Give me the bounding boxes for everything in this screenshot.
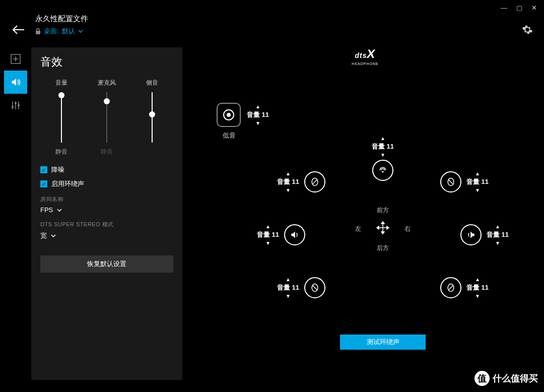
audio-panel: 音效 音量 静音 麦克风 静音 侧音 ✓ 降噪 ✓ 启用环绕声 房间名称 FPS… bbox=[31, 47, 182, 380]
arrow-up-icon[interactable]: ▲ bbox=[475, 171, 480, 176]
speaker-side-left[interactable]: ▲ 音量 11 ▼ bbox=[257, 224, 305, 246]
speaker-icon bbox=[460, 224, 482, 245]
speaker-fr-value: 音量 11 bbox=[466, 177, 489, 186]
direction-right-label: 右 bbox=[404, 225, 411, 233]
volume-slider[interactable]: 音量 静音 bbox=[55, 79, 67, 156]
arrow-up-icon[interactable]: ▲ bbox=[380, 136, 385, 141]
sidebar bbox=[4, 47, 27, 117]
check-icon: ✓ bbox=[40, 180, 47, 187]
stereo-mode-select[interactable]: 宽 bbox=[40, 231, 173, 240]
sidetone-label: 侧音 bbox=[146, 79, 158, 87]
speaker-front-left[interactable]: ▲ 音量 11 ▼ bbox=[277, 171, 325, 193]
maximize-button[interactable]: ▢ bbox=[516, 4, 522, 12]
arrow-up-icon[interactable]: ▲ bbox=[255, 104, 260, 109]
arrow-down-icon[interactable]: ▼ bbox=[380, 152, 385, 158]
arrow-up-icon[interactable]: ▲ bbox=[495, 224, 500, 229]
bass-icon bbox=[217, 103, 241, 127]
profile-selector[interactable]: 桌面: 默认 bbox=[35, 27, 88, 36]
speaker-center[interactable]: ▲ 音量 11 ▼ bbox=[372, 136, 394, 181]
close-button[interactable]: ✕ bbox=[531, 4, 537, 12]
svg-line-9 bbox=[448, 179, 453, 184]
sidebar-add-icon[interactable] bbox=[4, 47, 27, 71]
panel-title: 音效 bbox=[40, 54, 173, 70]
sidebar-audio-icon[interactable] bbox=[4, 71, 27, 94]
speaker-icon bbox=[440, 277, 461, 298]
room-name-value: FPS bbox=[40, 206, 53, 214]
speaker-front-right[interactable]: ▲ 音量 11 ▼ bbox=[440, 171, 489, 193]
arrow-down-icon[interactable]: ▼ bbox=[265, 240, 270, 246]
back-arrow-icon[interactable] bbox=[12, 25, 24, 34]
arrow-down-icon[interactable]: ▼ bbox=[286, 187, 291, 193]
header: 永久性配置文件 桌面: 默认 bbox=[35, 14, 88, 36]
svg-line-13 bbox=[448, 285, 453, 290]
watermark-text: 什么值得买 bbox=[493, 372, 538, 384]
speaker-rr-value: 音量 11 bbox=[466, 283, 489, 292]
noise-reduction-checkbox[interactable]: ✓ 降噪 bbox=[40, 165, 173, 174]
mic-mute-label: 静音 bbox=[101, 148, 113, 156]
svg-line-11 bbox=[312, 285, 317, 290]
arrow-up-icon[interactable]: ▲ bbox=[286, 171, 291, 176]
direction-rear-label: 后方 bbox=[377, 244, 389, 252]
test-surround-button[interactable]: 测试环绕声 bbox=[340, 335, 426, 350]
speaker-fl-value: 音量 11 bbox=[277, 177, 299, 186]
profile-name: 默认 bbox=[62, 27, 75, 36]
reset-defaults-button[interactable]: 恢复默认设置 bbox=[40, 255, 173, 273]
sidetone-slider[interactable]: 侧音 bbox=[146, 79, 158, 156]
mic-slider[interactable]: 麦克风 静音 bbox=[98, 79, 116, 156]
arrow-down-icon[interactable]: ▼ bbox=[475, 187, 480, 193]
svg-rect-0 bbox=[36, 31, 40, 34]
direction-left-label: 左 bbox=[355, 225, 361, 233]
speaker-icon bbox=[304, 171, 325, 192]
sidebar-equalizer-icon[interactable] bbox=[4, 94, 27, 117]
bass-label: 低音 bbox=[223, 131, 236, 140]
arrow-down-icon[interactable]: ▼ bbox=[475, 293, 480, 299]
mic-label: 麦克风 bbox=[98, 79, 116, 87]
stereo-mode-label: DTS SUPER STEREO 模式 bbox=[40, 221, 173, 228]
page-title: 永久性配置文件 bbox=[35, 14, 88, 24]
noise-reduction-label: 降噪 bbox=[51, 165, 64, 174]
center-cross-icon bbox=[376, 221, 390, 235]
speaker-sl-value: 音量 11 bbox=[257, 230, 279, 239]
speaker-rear-right[interactable]: ▲ 音量 11 ▼ bbox=[440, 277, 489, 299]
direction-front-label: 前方 bbox=[377, 206, 389, 215]
speaker-center-value: 音量 11 bbox=[372, 142, 394, 151]
surround-enable-checkbox[interactable]: ✓ 启用环绕声 bbox=[40, 179, 173, 188]
speaker-icon bbox=[440, 171, 461, 192]
lock-icon bbox=[35, 28, 41, 35]
svg-rect-5 bbox=[382, 171, 383, 173]
minimize-button[interactable]: — bbox=[501, 4, 507, 12]
volume-mute-label: 静音 bbox=[55, 148, 67, 156]
chevron-down-icon bbox=[78, 30, 83, 33]
volume-label: 音量 bbox=[55, 79, 67, 87]
window-controls: — ▢ ✕ bbox=[494, 0, 544, 16]
room-name-select[interactable]: FPS bbox=[40, 206, 173, 214]
speaker-icon bbox=[284, 224, 305, 245]
arrow-up-icon[interactable]: ▲ bbox=[286, 277, 291, 282]
chevron-down-icon bbox=[57, 209, 62, 212]
surround-visualizer: dtsX HEADPHONE ▲ 音量 11 ▼ 低音 ▲ 音量 11 ▼ bbox=[191, 47, 539, 387]
settings-gear-icon[interactable] bbox=[522, 24, 533, 35]
speaker-side-right[interactable]: ▲ 音量 11 ▼ bbox=[460, 224, 509, 246]
speaker-rear-left[interactable]: ▲ 音量 11 ▼ bbox=[277, 277, 325, 299]
room-name-label: 房间名称 bbox=[40, 195, 173, 203]
watermark-icon: 值 bbox=[474, 371, 490, 386]
chevron-down-icon bbox=[51, 234, 56, 237]
dts-logo: dtsX HEADPHONE bbox=[352, 47, 378, 66]
arrow-up-icon[interactable]: ▲ bbox=[475, 277, 480, 282]
arrow-down-icon[interactable]: ▼ bbox=[286, 293, 291, 299]
speaker-rl-value: 音量 11 bbox=[277, 283, 299, 292]
surround-enable-label: 启用环绕声 bbox=[51, 179, 84, 188]
stereo-mode-value: 宽 bbox=[40, 231, 47, 240]
speaker-icon bbox=[304, 277, 325, 298]
svg-line-7 bbox=[312, 179, 317, 184]
speaker-icon bbox=[372, 160, 393, 181]
speaker-sr-value: 音量 11 bbox=[487, 230, 509, 239]
svg-point-3 bbox=[15, 102, 17, 104]
watermark: 值 什么值得买 bbox=[474, 371, 538, 386]
svg-point-2 bbox=[12, 106, 14, 108]
arrow-up-icon[interactable]: ▲ bbox=[265, 224, 270, 229]
check-icon: ✓ bbox=[40, 166, 47, 173]
svg-point-4 bbox=[18, 104, 20, 106]
arrow-down-icon[interactable]: ▼ bbox=[495, 240, 500, 246]
desktop-label: 桌面: bbox=[44, 27, 59, 36]
